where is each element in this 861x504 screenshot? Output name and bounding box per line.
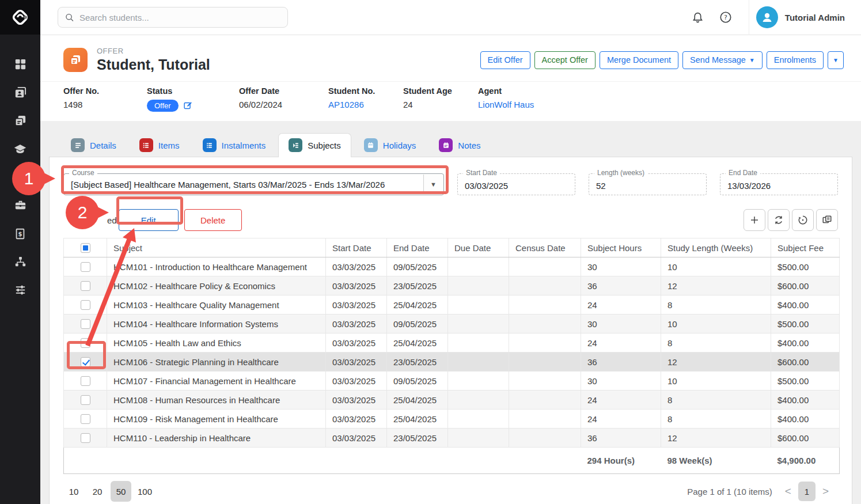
tab-items[interactable]: Items bbox=[129, 133, 190, 157]
cell-start: 03/03/2025 bbox=[326, 410, 387, 429]
enrolments-button[interactable]: Enrolments bbox=[767, 51, 824, 69]
cell-end: 25/04/2025 bbox=[387, 391, 448, 410]
agent-link[interactable]: LionWolf Haus bbox=[478, 100, 534, 109]
row-checkbox[interactable] bbox=[81, 281, 90, 291]
history-button[interactable] bbox=[792, 209, 814, 231]
table-row: HCM104 - Healthcare Information Systems0… bbox=[64, 314, 840, 334]
student-age-field: Student Age 24 bbox=[403, 86, 478, 112]
current-page-button[interactable]: 1 bbox=[798, 482, 816, 501]
column-chooser-button[interactable] bbox=[816, 209, 838, 231]
start-date-value: 03/03/2025 bbox=[465, 181, 508, 191]
cell-hours: 30 bbox=[581, 257, 661, 276]
course-select[interactable]: Course [Subject Based] Healthcare Manage… bbox=[63, 173, 444, 195]
edit-offer-button[interactable]: Edit Offer bbox=[480, 51, 530, 69]
total-weeks: 98 Week(s) bbox=[661, 448, 771, 474]
student-age-label: Student Age bbox=[403, 86, 478, 96]
table-row: HCM110 - Leadership in Healthcare03/03/2… bbox=[64, 429, 840, 448]
page-size-100[interactable]: 100 bbox=[134, 481, 155, 502]
nav-settings-icon[interactable] bbox=[0, 276, 40, 304]
select-all-checkbox[interactable] bbox=[81, 243, 90, 253]
add-subject-button[interactable] bbox=[744, 209, 765, 231]
tab-details[interactable]: Details bbox=[60, 133, 127, 157]
col-start-date: Start Date bbox=[326, 238, 387, 257]
row-checkbox[interactable] bbox=[81, 300, 90, 310]
course-select-caret[interactable]: ▼ bbox=[423, 175, 443, 194]
cell-end: 23/05/2025 bbox=[387, 276, 448, 295]
cell-end: 09/05/2025 bbox=[387, 314, 448, 334]
notes-tab-icon bbox=[439, 138, 453, 152]
totals-row: 294 Hour(s) 98 Week(s) $4,900.00 bbox=[64, 448, 840, 474]
col-due-date: Due Date bbox=[448, 238, 509, 257]
nav-dashboard-icon[interactable] bbox=[0, 50, 40, 78]
nav-students-icon[interactable] bbox=[0, 78, 40, 107]
merge-document-button[interactable]: Merge Document bbox=[600, 51, 678, 69]
chevron-down-icon: ▼ bbox=[430, 181, 437, 188]
cell-start: 03/03/2025 bbox=[326, 391, 387, 410]
row-checkbox[interactable] bbox=[81, 262, 90, 272]
prev-page-icon[interactable]: < bbox=[783, 485, 794, 498]
start-date-label: Start Date bbox=[463, 169, 500, 177]
offer-info-row: Offer No. 1498 Status Offer Offer Date 0… bbox=[40, 81, 861, 121]
cell-weeks: 8 bbox=[661, 334, 771, 353]
user-name[interactable]: Tutorial Admin bbox=[785, 13, 845, 22]
plus-icon bbox=[749, 215, 760, 225]
delete-subject-button[interactable]: Delete bbox=[184, 209, 242, 231]
nav-courses-icon[interactable] bbox=[0, 135, 40, 163]
avatar[interactable] bbox=[756, 6, 778, 28]
cell-hours: 24 bbox=[581, 410, 661, 429]
cell-weeks: 8 bbox=[661, 391, 771, 410]
cell-fee: $400.00 bbox=[771, 334, 840, 353]
notifications-button[interactable] bbox=[686, 6, 710, 29]
cell-subject: HCM109 - Risk Management in Healthcare bbox=[107, 410, 326, 429]
student-no-link[interactable]: AP10286 bbox=[328, 100, 403, 109]
nav-offers-icon[interactable] bbox=[0, 107, 40, 135]
col-subject-fee: Subject Fee bbox=[771, 238, 840, 257]
page-nav: < 1 > bbox=[783, 482, 831, 501]
tab-notes-label: Notes bbox=[458, 141, 480, 150]
next-page-icon[interactable]: > bbox=[820, 485, 831, 498]
cell-census bbox=[509, 334, 581, 353]
tab-holidays[interactable]: Holidays bbox=[354, 133, 427, 157]
nav-agents-icon[interactable] bbox=[0, 191, 40, 219]
total-fee: $4,900.00 bbox=[771, 448, 840, 474]
help-button[interactable]: ? bbox=[714, 6, 737, 29]
row-checkbox[interactable] bbox=[81, 395, 90, 405]
tab-subjects[interactable]: Subjects bbox=[278, 133, 351, 157]
agent-label: Agent bbox=[478, 86, 534, 96]
app-logo[interactable] bbox=[0, 0, 40, 35]
user-icon bbox=[760, 10, 774, 24]
tab-instalments[interactable]: Instalments bbox=[192, 133, 276, 157]
send-message-button[interactable]: Send Message▼ bbox=[682, 51, 763, 69]
student-no-label: Student No. bbox=[328, 86, 403, 96]
row-checkbox[interactable] bbox=[81, 433, 90, 443]
row-checkbox[interactable] bbox=[81, 338, 90, 348]
cell-weeks: 10 bbox=[661, 314, 771, 334]
row-checkbox[interactable] bbox=[81, 376, 90, 386]
cell-census bbox=[509, 295, 581, 314]
more-actions-button[interactable]: ▼ bbox=[828, 51, 844, 69]
row-checkbox[interactable] bbox=[81, 414, 90, 424]
nav-finance-icon[interactable]: $ bbox=[0, 219, 40, 248]
cell-subject: HCM103 - Healthcare Quality Management bbox=[107, 295, 326, 314]
student-search[interactable] bbox=[58, 7, 288, 28]
row-checkbox[interactable] bbox=[81, 319, 90, 329]
col-census-date: Census Date bbox=[509, 238, 581, 257]
edit-subject-button[interactable]: Edit bbox=[119, 209, 179, 231]
row-checkbox[interactable] bbox=[81, 357, 90, 367]
subjects-panel: Course [Subject Based] Healthcare Manage… bbox=[49, 157, 852, 504]
offer-date-label: Offer Date bbox=[239, 86, 328, 96]
cell-census bbox=[509, 372, 581, 391]
page-size-10[interactable]: 10 bbox=[63, 481, 84, 502]
tab-notes[interactable]: Notes bbox=[428, 133, 491, 157]
table-header-row: Subject Start Date End Date Due Date Cen… bbox=[64, 238, 840, 257]
items-tab-icon bbox=[139, 138, 153, 152]
nav-network-icon[interactable] bbox=[0, 248, 40, 276]
accept-offer-button[interactable]: Accept Offer bbox=[534, 51, 596, 69]
page-size-50[interactable]: 50 bbox=[111, 481, 131, 502]
page-title: Student, Tutorial bbox=[97, 56, 210, 73]
edit-status-icon[interactable] bbox=[183, 101, 193, 111]
help-icon: ? bbox=[719, 11, 732, 24]
refresh-button[interactable] bbox=[768, 209, 790, 231]
search-input[interactable] bbox=[79, 13, 280, 22]
page-size-20[interactable]: 20 bbox=[87, 481, 108, 502]
